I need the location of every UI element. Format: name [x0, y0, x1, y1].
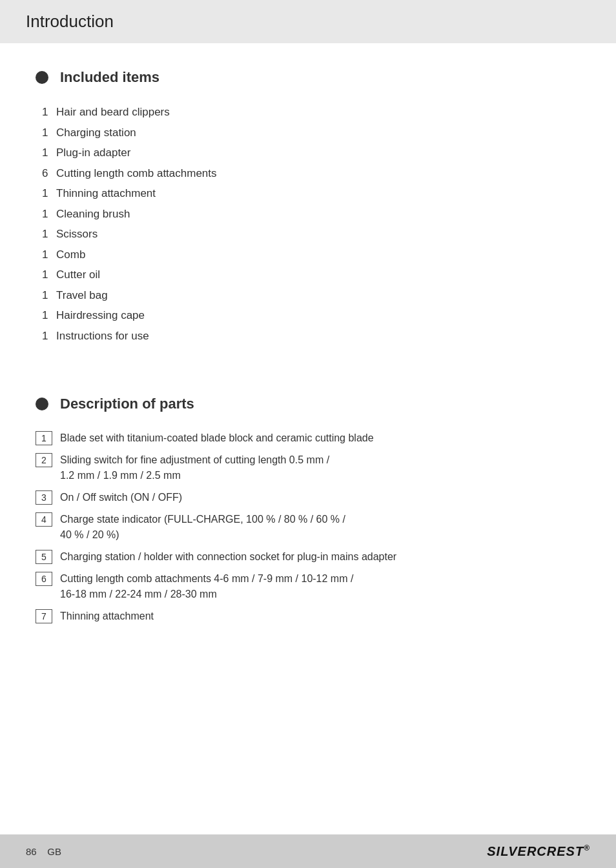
item-label: Scissors	[56, 228, 98, 240]
list-item: 1Comb	[42, 247, 580, 263]
bullet-icon	[36, 71, 48, 84]
page-title: Introduction	[26, 12, 590, 32]
item-qty: 1	[42, 328, 54, 345]
item-qty: 1	[42, 307, 54, 324]
item-qty: 1	[42, 185, 54, 202]
part-description: Thinning attachment	[60, 609, 580, 624]
description-of-parts-heading: Description of parts	[36, 396, 580, 412]
list-item: 6Cutting length comb attachments	[42, 165, 580, 182]
part-number: 5	[36, 550, 52, 564]
list-item: 1Instructions for use	[42, 328, 580, 345]
item-qty: 1	[42, 226, 54, 243]
item-qty: 1	[42, 267, 54, 283]
item-label: Cleaning brush	[56, 208, 130, 220]
table-row: 3On / Off switch (ON / OFF)	[36, 490, 580, 505]
part-number: 6	[36, 572, 52, 586]
bullet-icon-2	[36, 398, 48, 410]
table-row: 1Blade set with titanium-coated blade bl…	[36, 430, 580, 446]
list-item: 1Thinning attachment	[42, 185, 580, 202]
list-item: 1Hair and beard clippers	[42, 104, 580, 121]
section-spacer-1	[36, 370, 580, 389]
brand-name: SILVERCREST	[487, 844, 584, 858]
item-label: Charging station	[56, 126, 136, 139]
list-item: 1Cleaning brush	[42, 206, 580, 223]
part-description: Charge state indicator (FULL-CHARGE, 100…	[60, 512, 580, 543]
item-label: Cutter oil	[56, 268, 100, 281]
part-number: 4	[36, 512, 52, 527]
description-of-parts-title: Description of parts	[60, 396, 194, 412]
item-label: Hair and beard clippers	[56, 106, 170, 118]
language-code: GB	[47, 846, 61, 857]
item-qty: 1	[42, 247, 54, 263]
item-label: Cutting length comb attachments	[56, 167, 217, 179]
item-qty: 1	[42, 104, 54, 121]
table-row: 7Thinning attachment	[36, 609, 580, 624]
item-qty: 1	[42, 125, 54, 141]
list-item: 1Cutter oil	[42, 267, 580, 283]
part-description: Blade set with titanium-coated blade blo…	[60, 430, 580, 446]
part-description: On / Off switch (ON / OFF)	[60, 490, 580, 505]
item-label: Travel bag	[56, 289, 108, 301]
list-item: 1Scissors	[42, 226, 580, 243]
included-items-heading: Included items	[36, 69, 580, 86]
footer-brand: SILVERCREST®	[487, 843, 590, 859]
table-row: 2Sliding switch for fine adjustment of c…	[36, 452, 580, 483]
page-number: 86	[26, 846, 37, 857]
item-label: Comb	[56, 248, 85, 261]
main-content: Included items 1Hair and beard clippers1…	[0, 43, 616, 682]
parts-list: 1Blade set with titanium-coated blade bl…	[36, 430, 580, 624]
list-item: 1Plug-in adapter	[42, 145, 580, 161]
table-row: 5Charging station / holder with connecti…	[36, 549, 580, 565]
footer-page-info: 86 GB	[26, 846, 61, 857]
header-bar: Introduction	[0, 0, 616, 43]
list-item: 1Travel bag	[42, 287, 580, 304]
item-label: Thinning attachment	[56, 187, 156, 199]
item-qty: 1	[42, 287, 54, 304]
item-qty: 1	[42, 206, 54, 223]
part-description: Cutting length comb attachments 4-6 mm /…	[60, 571, 580, 602]
part-number: 1	[36, 431, 52, 445]
item-qty: 1	[42, 145, 54, 161]
part-number: 7	[36, 609, 52, 623]
list-item: 1Hairdressing cape	[42, 307, 580, 324]
item-label: Plug-in adapter	[56, 146, 130, 159]
included-items-list: 1Hair and beard clippers1Charging statio…	[36, 104, 580, 344]
part-number: 2	[36, 453, 52, 467]
part-number: 3	[36, 490, 52, 505]
brand-registered: ®	[584, 843, 590, 853]
item-qty: 6	[42, 165, 54, 182]
part-description: Charging station / holder with connectio…	[60, 549, 580, 565]
item-label: Hairdressing cape	[56, 309, 145, 321]
page-container: Introduction Included items 1Hair and be…	[0, 0, 616, 868]
item-label: Instructions for use	[56, 330, 149, 342]
footer: 86 GB SILVERCREST®	[0, 834, 616, 868]
part-description: Sliding switch for fine adjustment of cu…	[60, 452, 580, 483]
table-row: 4Charge state indicator (FULL-CHARGE, 10…	[36, 512, 580, 543]
included-items-title: Included items	[60, 69, 159, 86]
table-row: 6Cutting length comb attachments 4-6 mm …	[36, 571, 580, 602]
list-item: 1Charging station	[42, 125, 580, 141]
